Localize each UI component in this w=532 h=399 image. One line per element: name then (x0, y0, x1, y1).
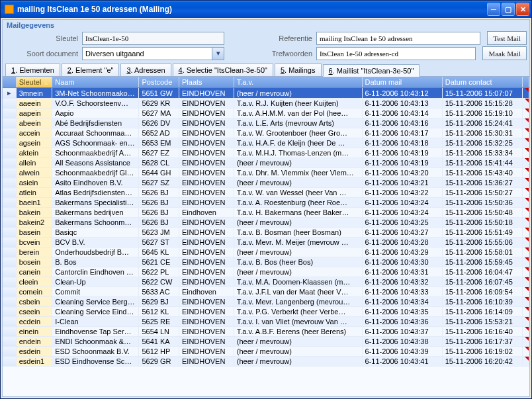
cell[interactable]: EINDHOVEN (179, 317, 234, 327)
cell[interactable]: 15-11-2006 15:07:07 (442, 88, 522, 99)
table-row[interactable]: bakein2Bakermans Schoonma…5626 BJEINDHOV… (3, 218, 529, 228)
cell[interactable]: 6-11-2006 10:43:36 (362, 317, 442, 327)
cell[interactable]: Asito Eindhoven B.V. (52, 178, 139, 188)
cell[interactable]: Schoonmaakbedrijf A… (52, 148, 139, 158)
cell[interactable]: cseein (16, 307, 52, 317)
cell[interactable]: EINDHOVEN (179, 307, 234, 317)
cell[interactable]: B. Bos (52, 257, 139, 267)
cell[interactable]: Abé Bedrijfsdiensten (52, 118, 139, 128)
cell[interactable]: 6-11-2006 10:43:33 (362, 287, 442, 297)
cell[interactable]: T.a.v. W. Grootenboer (heer Gro… (234, 128, 362, 138)
cell[interactable]: 5622 PL (139, 267, 179, 277)
cell[interactable]: 5612 KL (139, 307, 179, 317)
cell[interactable]: bakein2 (16, 218, 52, 228)
cell[interactable]: comein (16, 287, 52, 297)
cell[interactable]: 6-11-2006 10:43:37 (362, 327, 442, 337)
cell[interactable]: esdein1 (16, 357, 52, 367)
cell[interactable]: I-Clean (52, 317, 139, 327)
cell[interactable]: 5633 AC (139, 287, 179, 297)
table-row[interactable]: atleinAtlas Bedrijfsdiensten…5626 BJEIND… (3, 188, 529, 198)
cell[interactable]: EINDHOVEN (179, 247, 234, 257)
cell[interactable]: Bakermans Schoonma… (52, 218, 139, 228)
cell[interactable]: ecdein (16, 317, 52, 327)
table-row[interactable]: agseinAGS Schoonmaak- en…5653 EMEINDHOVE… (3, 138, 529, 148)
cell[interactable]: 15-11-2006 16:04:47 (442, 267, 522, 277)
cell[interactable]: 5627 SZ (139, 178, 179, 188)
cell[interactable]: allein (16, 158, 52, 168)
cell[interactable]: 5623 JM (139, 228, 179, 238)
table-row[interactable]: caneinCantorclin Eindhoven …5622 PLEINDH… (3, 267, 529, 277)
cell[interactable]: bakein (16, 208, 52, 218)
cell[interactable]: 15-11-2006 15:50:48 (442, 208, 522, 218)
cell[interactable]: T.a.v. Dhr. M. Vlemmix (heer Vlem… (234, 168, 362, 178)
cell[interactable]: 15-11-2006 15:50:36 (442, 198, 522, 208)
referentie-field[interactable] (316, 32, 480, 45)
cell[interactable]: 6-11-2006 10:43:34 (362, 297, 442, 307)
cell[interactable]: 5626 BJ (139, 188, 179, 198)
cell[interactable]: 15-11-2006 15:53:21 (442, 317, 522, 327)
table-row[interactable]: asieinAsito Eindhoven B.V.5627 SZEINDHOV… (3, 178, 529, 188)
cell[interactable]: EINDHOVEN (179, 228, 234, 238)
table-row[interactable]: esdeinESD Schoonmaak B.V.5612 HPEINDHOVE… (3, 347, 529, 357)
cell[interactable]: T.a.v. R.J. Kuijten (heer Kuijten) (234, 99, 362, 109)
cell[interactable]: 6-11-2006 10:43:20 (362, 168, 442, 178)
soort-document-combo[interactable]: Diversen uitgaand ▾ (82, 47, 224, 60)
table-row[interactable]: boseinB. Bos5621 CEEINDHOVENT.a.v. B. Bo… (3, 257, 529, 267)
tab-0[interactable]: 1. Elementen (5, 64, 60, 76)
maak-mail-button[interactable]: Maak Mail (482, 46, 527, 60)
cell[interactable]: (heer / mevrouw) (234, 88, 362, 99)
cell[interactable]: 15-11-2006 16:09:54 (442, 287, 522, 297)
cell[interactable]: atlein (16, 188, 52, 198)
cell[interactable]: EINDHOVEN (179, 327, 234, 337)
cell[interactable]: Cantorclin Eindhoven … (52, 267, 139, 277)
cell[interactable]: 5629 KR (139, 99, 179, 109)
cell[interactable]: 6-11-2006 10:43:19 (362, 158, 442, 168)
cell[interactable]: 5645 KL (139, 247, 179, 257)
cell[interactable]: EINDHOVEN (179, 357, 234, 367)
cell[interactable]: T.a.v. A.B.F. Berens (heer Berens) (234, 327, 362, 337)
cell[interactable]: T.a.v. B. Bos (heer Bos) (234, 257, 362, 267)
cell[interactable]: 6-11-2006 10:43:35 (362, 307, 442, 317)
cell[interactable]: 5654 LN (139, 327, 179, 337)
cell[interactable]: 15-11-2006 15:55:06 (442, 238, 522, 247)
cell[interactable]: 5627 ST (139, 238, 179, 247)
cell[interactable]: 15-11-2006 16:20:42 (442, 357, 522, 367)
table-row[interactable]: cleeinClean-Up5622 CWEINDHOVENT.a.v. M.A… (3, 277, 529, 287)
cell[interactable]: EINDHOVEN (179, 297, 234, 307)
cell[interactable]: cleein (16, 277, 52, 287)
cell[interactable]: Commit (52, 287, 139, 297)
col-datum-contact[interactable]: Datum contact (442, 77, 522, 88)
tab-3[interactable]: 4. Selectie "ItsClean-3e-50" (173, 64, 273, 76)
table-row[interactable]: aaeeinV.O.F. Schoorsteenv…5629 KREINDHOV… (3, 99, 529, 109)
cell[interactable]: 15-11-2006 15:50:18 (442, 218, 522, 228)
table-row[interactable]: baein1Bakermans Specialisti…5626 BJEINDH… (3, 198, 529, 208)
cell[interactable]: T.a.v. H.A.F. de Kleijn (heer De … (234, 138, 362, 148)
cell[interactable]: T.a.v. Mevr. M. Meijer (mevrouw … (234, 238, 362, 247)
cell[interactable]: 5644 GH (139, 168, 179, 178)
cell[interactable]: 15-11-2006 15:50:27 (442, 188, 522, 198)
table-row[interactable]: baseinBasiqc5623 JMEINDHOVENT.a.v. B. Bo… (3, 228, 529, 238)
cell[interactable]: (heer / mevrouw) (234, 158, 362, 168)
cell[interactable]: 5625 RE (139, 317, 179, 327)
cell[interactable]: (heer / mevrouw) (234, 347, 362, 357)
cell[interactable]: 15-11-2006 15:51:49 (442, 228, 522, 238)
cell[interactable]: EINDHOVEN (179, 188, 234, 198)
cell[interactable]: EINDHOVEN (179, 88, 234, 99)
cell[interactable]: 5629 GR (139, 357, 179, 367)
cell[interactable]: (heer / mevrouw) (234, 337, 362, 347)
table-row[interactable]: alweinSchoonmaakbedrijf Gl…5644 GHEINDHO… (3, 168, 529, 178)
cell[interactable]: EINDHOVEN (179, 99, 234, 109)
cell[interactable]: 6-11-2006 10:43:30 (362, 257, 442, 267)
cell[interactable]: 3mnein (16, 88, 52, 99)
cell[interactable]: EINDHOVEN (179, 238, 234, 247)
table-row[interactable]: eineinEindhovense Tap Ser…5654 LNEINDHOV… (3, 327, 529, 337)
cell[interactable]: 15-11-2006 16:07:45 (442, 277, 522, 287)
cell[interactable]: 3M-Net Schoonmaako… (52, 88, 139, 99)
cell[interactable]: 6-11-2006 10:43:31 (362, 267, 442, 277)
cell[interactable]: 6-11-2006 10:43:22 (362, 188, 442, 198)
table-row[interactable]: alleinAll Seasons Assistance5628 CLEINDH… (3, 158, 529, 168)
cell[interactable]: T.a.v. P.G. Verberkt (heer Verbe… (234, 307, 362, 317)
cell[interactable]: AGS Schoonmaak- en… (52, 138, 139, 148)
cell[interactable]: 15-11-2006 15:33:34 (442, 148, 522, 158)
cell[interactable]: 15-11-2006 15:58:01 (442, 247, 522, 257)
